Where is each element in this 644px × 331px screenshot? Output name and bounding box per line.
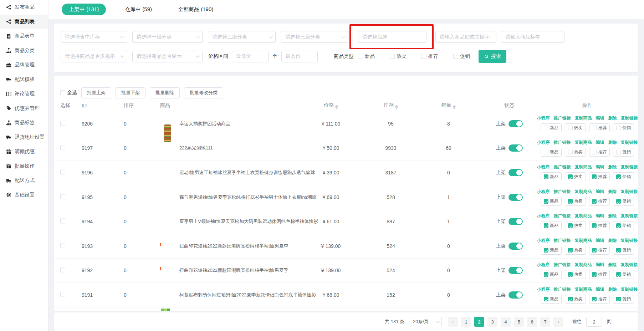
sort-control[interactable]	[335, 105, 338, 109]
select-all-checkbox[interactable]: 全选	[60, 90, 77, 96]
sidebar-item[interactable]: 评论管理	[0, 87, 48, 101]
row-checkbox[interactable]	[60, 121, 65, 126]
copy-url-link[interactable]: 复制链接	[621, 164, 638, 170]
flag-new[interactable]: 新品	[541, 123, 562, 132]
flag-promo[interactable]: 促销	[613, 148, 634, 157]
multi-spec-select[interactable]: 请选择商品是否多规格	[61, 51, 127, 62]
flag-new[interactable]: 新品	[541, 197, 562, 206]
flag-hot[interactable]: 热卖	[565, 197, 586, 206]
product-tag-input[interactable]: 请输入商品标签	[501, 31, 564, 43]
prev-page-button[interactable]: ‹	[448, 317, 458, 327]
status-tab[interactable]: 上架中 (131)	[62, 4, 106, 15]
page-button[interactable]: 4	[501, 317, 511, 327]
sidebar-item[interactable]: 配送模板	[0, 72, 48, 87]
delete-link[interactable]: 删除	[608, 139, 617, 146]
delete-link[interactable]: 删除	[608, 238, 617, 244]
page-button[interactable]: 7	[540, 317, 550, 327]
promo-link[interactable]: 推广链接	[554, 213, 571, 219]
page-button[interactable]: 3	[487, 317, 497, 327]
brand-select[interactable]: 请选择品牌	[358, 31, 426, 43]
flag-promo[interactable]: 促销	[613, 246, 634, 255]
edit-link[interactable]: 编辑	[596, 286, 604, 292]
promo-link[interactable]: 推广链接	[554, 262, 571, 268]
sidebar-item[interactable]: 品牌管理	[0, 58, 48, 72]
flag-promo[interactable]: 促销	[613, 270, 634, 279]
batch-button[interactable]: 批量删除	[150, 87, 180, 98]
goto-page-input[interactable]	[586, 317, 602, 327]
flag-hot[interactable]: 热卖	[565, 172, 586, 181]
flag-hot[interactable]: 热卖	[565, 295, 586, 304]
copy-product-link[interactable]: 复制商品	[575, 238, 592, 244]
sidebar-item[interactable]: 满额优惠	[0, 144, 48, 159]
sidebar-item[interactable]: 商品表单	[0, 29, 48, 44]
search-button[interactable]: 搜索	[479, 50, 506, 63]
miniprogram-link[interactable]: 小程序	[537, 164, 550, 170]
sidebar-item[interactable]: 基础设置	[0, 188, 48, 203]
category3-select[interactable]: 请选择三级分类	[281, 31, 348, 43]
category2-select[interactable]: 请选择二级分类	[208, 31, 276, 43]
flag-hot[interactable]: 热卖	[565, 270, 586, 279]
sidebar-item[interactable]: 发布商品	[0, 0, 48, 15]
flag-new[interactable]: 新品	[541, 172, 562, 181]
flag-hot[interactable]: 热卖	[565, 148, 586, 157]
status-toggle[interactable]	[508, 218, 523, 225]
promo-link[interactable]: 推广链接	[554, 238, 571, 244]
batch-button[interactable]: 批量下架	[116, 87, 145, 98]
delete-link[interactable]: 删除	[608, 286, 617, 292]
delete-link[interactable]: 删除	[608, 213, 617, 219]
copy-url-link[interactable]: 复制链接	[621, 115, 638, 121]
category1-select[interactable]: 请选择一级分类	[132, 31, 203, 43]
promo-link[interactable]: 推广链接	[554, 164, 571, 170]
promo-link[interactable]: 推广链接	[554, 286, 571, 292]
keyword-input[interactable]: 请输入商品ID或关键字	[435, 31, 496, 43]
copy-url-link[interactable]: 复制链接	[621, 286, 638, 292]
flag-recommend[interactable]: 推荐	[589, 270, 610, 279]
edit-link[interactable]: 编辑	[596, 189, 604, 195]
status-toggle[interactable]	[508, 291, 523, 299]
flag-new[interactable]: 新品	[541, 246, 562, 255]
status-toggle[interactable]	[508, 194, 523, 201]
visibility-select[interactable]: 请选择商品是否显示	[132, 51, 203, 62]
sort-desc-icon[interactable]	[395, 107, 398, 109]
miniprogram-link[interactable]: 小程序	[537, 139, 550, 146]
flag-promo[interactable]: 促销	[613, 221, 634, 230]
copy-url-link[interactable]: 复制链接	[621, 238, 638, 244]
row-checkbox[interactable]	[60, 194, 65, 199]
flag-hot[interactable]: 热卖	[565, 123, 586, 132]
status-toggle[interactable]	[508, 120, 523, 127]
edit-link[interactable]: 编辑	[596, 115, 604, 121]
status-toggle[interactable]	[508, 144, 523, 152]
status-toggle[interactable]	[508, 169, 523, 176]
flag-promo[interactable]: 促销	[613, 197, 634, 206]
page-button[interactable]: 5	[514, 317, 524, 327]
flag-new[interactable]: 新品	[541, 221, 562, 230]
copy-url-link[interactable]: 复制链接	[621, 189, 638, 195]
row-checkbox[interactable]	[60, 145, 65, 150]
sidebar-item[interactable]: 商品标签	[0, 116, 48, 130]
sort-asc-icon[interactable]	[395, 105, 398, 107]
edit-link[interactable]: 编辑	[596, 213, 604, 219]
copy-product-link[interactable]: 复制商品	[575, 189, 592, 195]
status-toggle[interactable]	[508, 243, 523, 250]
miniprogram-link[interactable]: 小程序	[537, 262, 550, 268]
flag-recommend[interactable]: 推荐	[589, 148, 610, 157]
max-price-input[interactable]: 最高价	[281, 51, 318, 62]
flag-promo[interactable]: 促销	[613, 123, 634, 132]
flag-recommend[interactable]: 推荐	[589, 221, 610, 230]
copy-product-link[interactable]: 复制商品	[575, 139, 592, 146]
sidebar-item[interactable]: 商品列表	[0, 15, 48, 29]
promo-link[interactable]: 推广链接	[554, 189, 571, 195]
copy-url-link[interactable]: 复制链接	[621, 139, 638, 146]
copy-product-link[interactable]: 复制商品	[575, 262, 592, 268]
copy-product-link[interactable]: 复制商品	[575, 115, 592, 121]
edit-link[interactable]: 编辑	[596, 238, 604, 244]
min-price-input[interactable]: 最低价	[232, 51, 269, 62]
flag-promo[interactable]: 促销	[613, 172, 634, 181]
flag-new[interactable]: 新品	[541, 148, 562, 157]
status-toggle[interactable]	[508, 267, 523, 274]
row-checkbox[interactable]	[60, 243, 65, 248]
promo-link[interactable]: 推广链接	[554, 115, 571, 121]
page-button[interactable]: 2	[474, 317, 484, 327]
batch-button[interactable]: 批量上架	[81, 87, 111, 98]
type-checkbox[interactable]: 热卖	[390, 53, 407, 60]
